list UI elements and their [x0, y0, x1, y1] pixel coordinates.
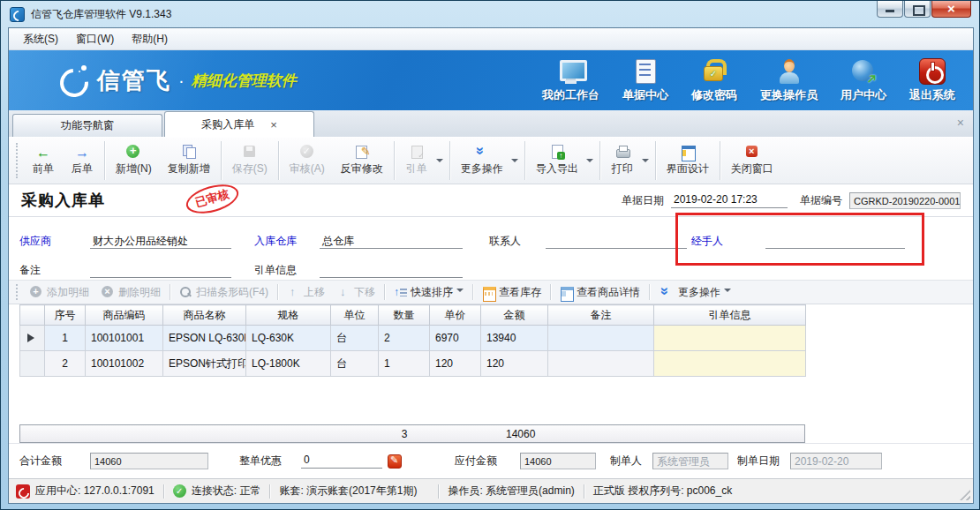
- minimize-button[interactable]: [877, 1, 903, 18]
- total-amount-label: 合计金额: [19, 454, 78, 469]
- grid-toolbar-separator: [649, 284, 650, 300]
- import-export-button[interactable]: 导入导出: [528, 139, 586, 182]
- contact-label: 联系人: [489, 234, 546, 249]
- print-button[interactable]: 打印: [603, 139, 642, 182]
- window-controls: [876, 1, 971, 18]
- client-area: 系统(S) 窗口(W) 帮助(H) 信管飞 · 精细化管理软件 我的工作台 单据…: [8, 27, 974, 504]
- discount-edit-icon[interactable]: [388, 454, 402, 469]
- table-row[interactable]: 2 100101002 EPSON针式打印机 LQ-1800K 台 1 120 …: [20, 351, 806, 377]
- document-header: 采购入库单 已审核 单据日期 2019-02-20 17:23 单据编号 CGR…: [9, 184, 973, 217]
- payable-amount-field: 14060: [520, 453, 596, 469]
- add-detail-button[interactable]: 添加明细: [24, 283, 95, 302]
- chevron-down-icon: [456, 289, 464, 296]
- discount-field[interactable]: 0: [301, 454, 382, 469]
- supplier-field[interactable]: 财大办公用品经销处: [90, 234, 231, 249]
- col-name[interactable]: 商品名称: [163, 305, 246, 326]
- warehouse-field[interactable]: 总仓库: [320, 234, 463, 249]
- audit-button[interactable]: 审核(A): [282, 139, 333, 182]
- menu-system[interactable]: 系统(S): [14, 29, 67, 49]
- double-chevron-icon: [474, 145, 490, 159]
- grid-area: 序号 商品编码 商品名称 规格 单位 数量 单价 金额 备注 引单信息: [9, 304, 973, 443]
- unaudit-edit-button[interactable]: 反审修改: [333, 139, 391, 182]
- delete-detail-button[interactable]: 删除明细: [95, 283, 167, 302]
- close-button[interactable]: [931, 1, 971, 18]
- user-center-button[interactable]: 用户中心: [841, 58, 886, 103]
- totals-bar: 合计金额 14060 整单优惠 0 应付金额 14060 制单人 系统管理员 制…: [9, 443, 973, 478]
- document-center-button[interactable]: 单据中心: [622, 58, 668, 103]
- col-unit[interactable]: 单位: [331, 305, 379, 326]
- tab-close-icon[interactable]: ×: [270, 118, 277, 131]
- tab-bar: 功能导航窗 采购入库单 × ×: [9, 110, 973, 137]
- make-date-field: 2019-02-20: [790, 453, 882, 469]
- col-code[interactable]: 商品编码: [86, 305, 163, 326]
- view-stock-button[interactable]: 查看库存: [476, 283, 547, 302]
- status-separator: [438, 484, 439, 499]
- scan-barcode-button[interactable]: 扫描条形码(F4): [173, 283, 275, 302]
- toolbar-separator: [394, 141, 395, 180]
- new-button[interactable]: 新增(N): [108, 139, 160, 182]
- doc-date-field[interactable]: 2019-02-20 17:23: [671, 193, 788, 208]
- main-toolbar: 前单 后单 新增(N) 复制新增 保存(S) 审: [9, 137, 973, 184]
- menu-help[interactable]: 帮助(H): [123, 29, 177, 49]
- chevron-down-icon: [642, 159, 649, 166]
- quick-sort-button[interactable]: 快速排序: [388, 283, 470, 302]
- col-price[interactable]: 单价: [430, 305, 481, 326]
- chevron-down-icon: [724, 289, 731, 296]
- tabbar-close-icon[interactable]: ×: [957, 116, 964, 130]
- document-icon: [409, 145, 425, 159]
- printer-icon: [614, 145, 630, 159]
- remark-field[interactable]: [90, 263, 231, 278]
- table-row[interactable]: 1 100101001 EPSON LQ-630K LQ-630K 台 2 69…: [20, 326, 806, 351]
- col-qty[interactable]: 数量: [379, 305, 430, 326]
- more-actions-dropdown[interactable]: [511, 139, 522, 182]
- move-up-button[interactable]: 上移: [281, 283, 331, 302]
- view-product-detail-button[interactable]: 查看商品详情: [554, 283, 646, 302]
- save-button[interactable]: 保存(S): [224, 139, 275, 182]
- col-remark[interactable]: 备注: [548, 305, 654, 326]
- prev-doc-button[interactable]: 前单: [24, 139, 63, 182]
- arrow-right-icon: [74, 145, 90, 159]
- current-row-marker-icon: [27, 334, 39, 342]
- import-export-icon: [549, 145, 565, 159]
- doc-number-field: CGRKD-20190220-0001: [849, 192, 961, 209]
- change-password-button[interactable]: 修改密码: [691, 58, 737, 103]
- exit-system-button[interactable]: 退出系统: [909, 58, 955, 103]
- close-window-button[interactable]: 关闭窗口: [723, 139, 781, 182]
- col-spec[interactable]: 规格: [246, 305, 331, 326]
- banner-actions: 我的工作台 单据中心 修改密码 更换操作员 用户中心: [542, 58, 973, 103]
- app-window: 信管飞仓库管理软件 V9.1.343 系统(S) 窗口(W) 帮助(H) 信管飞…: [0, 0, 980, 510]
- move-down-button[interactable]: 下移: [331, 283, 381, 302]
- tab-function-nav[interactable]: 功能导航窗: [12, 114, 162, 137]
- payable-amount-label: 应付金额: [455, 454, 513, 469]
- more-actions-button[interactable]: 更多操作: [453, 139, 511, 182]
- ref-doc-button[interactable]: 引单: [397, 139, 436, 182]
- ref-doc-dropdown[interactable]: [436, 139, 447, 182]
- copy-new-button[interactable]: 复制新增: [160, 139, 218, 182]
- make-date-label: 制单日期: [737, 454, 790, 469]
- ui-design-button[interactable]: 界面设计: [659, 139, 717, 182]
- window-title: 信管飞仓库管理软件 V9.1.343: [31, 7, 171, 22]
- brand-slogan: 精细化管理软件: [192, 71, 297, 91]
- ref-info-field[interactable]: [320, 263, 463, 278]
- grid-more-actions-button[interactable]: 更多操作: [652, 283, 737, 302]
- audited-stamp: 已审核: [183, 179, 242, 219]
- col-refinfo[interactable]: 引单信息: [654, 305, 806, 326]
- arrow-up-icon: [287, 286, 300, 298]
- import-export-dropdown[interactable]: [586, 139, 597, 182]
- handler-field[interactable]: [765, 234, 905, 249]
- resize-grip[interactable]: [960, 490, 970, 500]
- switch-operator-button[interactable]: 更换操作员: [760, 58, 818, 103]
- col-amount[interactable]: 金额: [481, 305, 548, 326]
- contact-field[interactable]: [546, 234, 687, 249]
- maximize-button[interactable]: [904, 1, 931, 18]
- next-doc-button[interactable]: 后单: [63, 139, 102, 182]
- menu-window[interactable]: 窗口(W): [67, 29, 123, 49]
- discount-label: 整单优惠: [239, 454, 298, 469]
- table-header-row: 序号 商品编码 商品名称 规格 单位 数量 单价 金额 备注 引单信息: [20, 305, 806, 326]
- tab-purchase-inbound[interactable]: 采购入库单 ×: [164, 111, 314, 137]
- sort-icon: [394, 286, 407, 298]
- workbench-button[interactable]: 我的工作台: [542, 58, 599, 103]
- print-dropdown[interactable]: [642, 139, 652, 182]
- plus-circle-icon: [125, 145, 141, 159]
- col-seq[interactable]: 序号: [45, 305, 86, 326]
